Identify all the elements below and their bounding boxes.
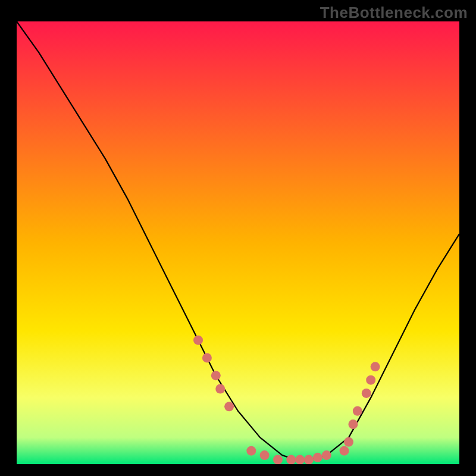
gradient-background (17, 21, 459, 464)
marker-dot (371, 362, 380, 371)
marker-dot (273, 455, 283, 464)
marker-dot (202, 353, 212, 362)
marker-dot (348, 419, 358, 429)
plot-area (17, 21, 459, 464)
marker-dot (322, 450, 331, 460)
marker-dot (286, 455, 296, 464)
marker-dot (362, 389, 371, 398)
marker-dot (353, 406, 362, 416)
marker-dot (340, 446, 349, 456)
marker-dot (366, 375, 375, 385)
marker-dot (304, 455, 314, 464)
chart-svg (17, 21, 459, 464)
marker-dot (344, 437, 353, 447)
marker-dot (295, 455, 305, 464)
marker-dot (313, 453, 322, 462)
watermark-label: TheBottleneck.com (320, 4, 468, 22)
marker-dot (260, 450, 270, 460)
marker-dot (193, 336, 203, 345)
marker-dot (224, 402, 234, 411)
marker-dot (246, 446, 256, 456)
marker-dot (211, 371, 221, 380)
marker-dot (215, 384, 225, 394)
chart-container: TheBottleneck.com (0, 0, 476, 476)
